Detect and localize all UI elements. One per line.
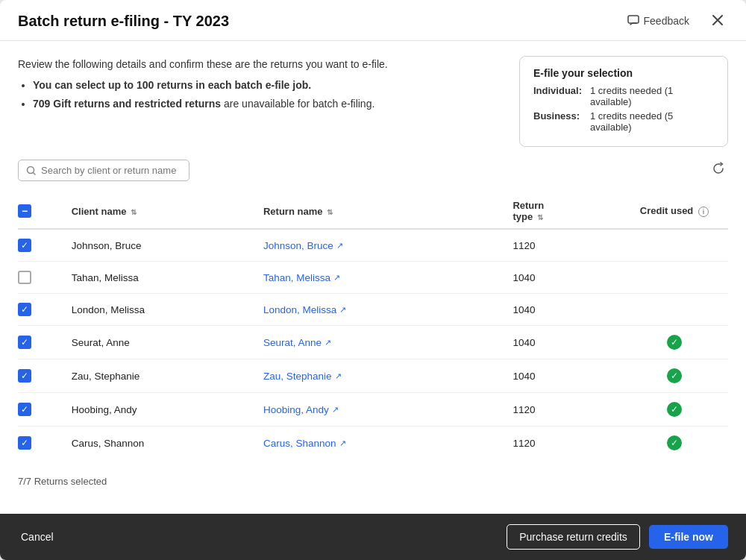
efile-business-row: Business: 1 credits needed (5 available) — [533, 110, 714, 133]
table-row: ✓London, MelissaLondon, Melissa ↗1040 — [18, 294, 728, 326]
return-type-cell: 1040 — [505, 294, 620, 326]
checkmark-icon: ✓ — [21, 404, 28, 415]
row-checkbox[interactable] — [18, 271, 31, 284]
credit-check-icon: ✓ — [667, 335, 682, 350]
credit-check-indicator: ✓ — [667, 335, 682, 350]
efile-card-title: E-file your selection — [533, 67, 714, 79]
returns-table: − Client name ⇅ Return name ⇅ Returnt — [18, 194, 728, 459]
return-name-cell: Johnson, Bruce ↗ — [256, 229, 505, 262]
credit-used-cell: ✓ — [621, 359, 728, 393]
returns-selected: 7/7 Returns selected — [18, 476, 728, 487]
row-checkbox[interactable]: ✓ — [18, 239, 31, 252]
refresh-button[interactable] — [709, 159, 728, 182]
return-type-cell: 1040 — [505, 359, 620, 393]
row-checkbox[interactable]: ✓ — [18, 369, 31, 383]
returns-table-container: − Client name ⇅ Return name ⇅ Returnt — [18, 194, 728, 459]
select-all-checkbox[interactable]: − — [18, 204, 31, 218]
credit-used-cell — [621, 294, 728, 326]
close-icon — [712, 14, 724, 26]
feedback-icon — [627, 15, 639, 27]
return-name-link[interactable]: London, Melissa ↗ — [263, 304, 346, 315]
table-row: ✓Zau, StephanieZau, Stephanie ↗1040✓ — [18, 359, 728, 393]
client-sort-icon[interactable]: ⇅ — [131, 208, 137, 216]
refresh-icon — [712, 162, 725, 175]
external-link-icon: ↗ — [332, 405, 339, 415]
row-checkbox-cell: ✓ — [18, 229, 64, 262]
client-name-label: Client name — [72, 206, 127, 217]
checkmark-icon: ✓ — [21, 337, 28, 347]
efile-selection-card: E-file your selection Individual: 1 cred… — [519, 56, 728, 147]
row-checkbox-cell: ✓ — [18, 393, 64, 427]
table-row: ✓Johnson, BruceJohnson, Bruce ↗1120 — [18, 229, 728, 262]
external-link-icon: ↗ — [336, 241, 343, 251]
credit-info-icon[interactable]: i — [698, 207, 709, 217]
search-input[interactable] — [41, 165, 181, 176]
header-client-name[interactable]: Client name ⇅ — [64, 194, 256, 229]
return-name-cell: Hoobing, Andy ↗ — [256, 393, 505, 427]
return-sort-icon[interactable]: ⇅ — [327, 208, 333, 216]
feedback-label: Feedback — [644, 15, 689, 27]
modal-title: Batch return e-filing - TY 2023 — [18, 13, 229, 30]
return-name-link[interactable]: Johnson, Bruce ↗ — [263, 240, 343, 251]
checkmark: ✓ — [671, 371, 678, 381]
row-checkbox[interactable]: ✓ — [18, 303, 31, 316]
credit-used-cell: ✓ — [621, 427, 728, 460]
client-name-cell: Hoobing, Andy — [64, 393, 256, 427]
checkmark-icon: ✓ — [21, 240, 28, 251]
search-wrapper — [18, 160, 189, 181]
modal-body: Review the following details and confirm… — [0, 41, 746, 514]
external-link-icon: ↗ — [335, 371, 342, 381]
client-name-cell: Seurat, Anne — [64, 326, 256, 359]
row-checkbox[interactable]: ✓ — [18, 336, 31, 349]
search-row — [18, 159, 728, 182]
credit-check-indicator: ✓ — [667, 435, 682, 450]
row-checkbox-cell: ✓ — [18, 427, 64, 460]
modal-footer: Cancel Purchase return credits E-file no… — [0, 514, 746, 560]
row-checkbox-cell: ✓ — [18, 359, 64, 393]
header-credit-used: Credit used i — [621, 194, 728, 229]
return-name-cell: Zau, Stephanie ↗ — [256, 359, 505, 393]
credit-check-indicator: ✓ — [667, 402, 682, 417]
header-return-type[interactable]: Returntype ⇅ — [505, 194, 620, 229]
info-description: Review the following details and confirm… — [18, 56, 504, 72]
feedback-button[interactable]: Feedback — [621, 12, 695, 30]
efile-individual-row: Individual: 1 credits needed (1 availabl… — [533, 85, 714, 107]
efile-individual-label: Individual: — [533, 85, 587, 96]
return-name-link[interactable]: Carus, Shannon ↗ — [263, 438, 346, 449]
header-select-all[interactable]: − — [18, 194, 64, 229]
return-name-link[interactable]: Hoobing, Andy ↗ — [263, 404, 339, 415]
search-icon — [26, 166, 37, 176]
modal-header: Batch return e-filing - TY 2023 Feedback — [0, 0, 746, 41]
client-name-cell: Carus, Shannon — [64, 427, 256, 460]
close-button[interactable] — [707, 12, 728, 30]
info-row: Review the following details and confirm… — [18, 56, 728, 147]
return-name-cell: Carus, Shannon ↗ — [256, 427, 505, 460]
checkmark: ✓ — [671, 404, 678, 415]
batch-efile-modal: Batch return e-filing - TY 2023 Feedback… — [0, 0, 746, 560]
credit-used-cell: ✓ — [621, 326, 728, 359]
row-checkbox-cell — [18, 262, 64, 294]
return-type-sort-icon[interactable]: ⇅ — [537, 213, 543, 221]
cancel-button[interactable]: Cancel — [18, 525, 57, 549]
return-name-link[interactable]: Tahan, Melissa ↗ — [263, 272, 340, 283]
row-checkbox[interactable]: ✓ — [18, 436, 31, 450]
svg-rect-0 — [628, 16, 639, 23]
return-type-cell: 1040 — [505, 262, 620, 294]
return-type-cell: 1120 — [505, 427, 620, 460]
table-row: Tahan, MelissaTahan, Melissa ↗1040 — [18, 262, 728, 294]
return-type-cell: 1120 — [505, 229, 620, 262]
client-name-cell: London, Melissa — [64, 294, 256, 326]
checkmark-icon: ✓ — [21, 371, 28, 381]
return-name-link[interactable]: Seurat, Anne ↗ — [263, 337, 331, 348]
indeterminate-icon: − — [22, 206, 28, 216]
client-name-cell: Johnson, Bruce — [64, 229, 256, 262]
info-bullets: You can select up to 100 returns in each… — [33, 77, 504, 112]
return-name-cell: Tahan, Melissa ↗ — [256, 262, 505, 294]
return-name-link[interactable]: Zau, Stephanie ↗ — [263, 371, 342, 382]
header-return-name[interactable]: Return name ⇅ — [256, 194, 505, 229]
efile-now-button[interactable]: E-file now — [649, 525, 728, 549]
row-checkbox[interactable]: ✓ — [18, 403, 31, 416]
external-link-icon: ↗ — [325, 338, 331, 347]
credit-check-icon: ✓ — [667, 368, 682, 383]
purchase-credits-button[interactable]: Purchase return credits — [507, 524, 640, 550]
